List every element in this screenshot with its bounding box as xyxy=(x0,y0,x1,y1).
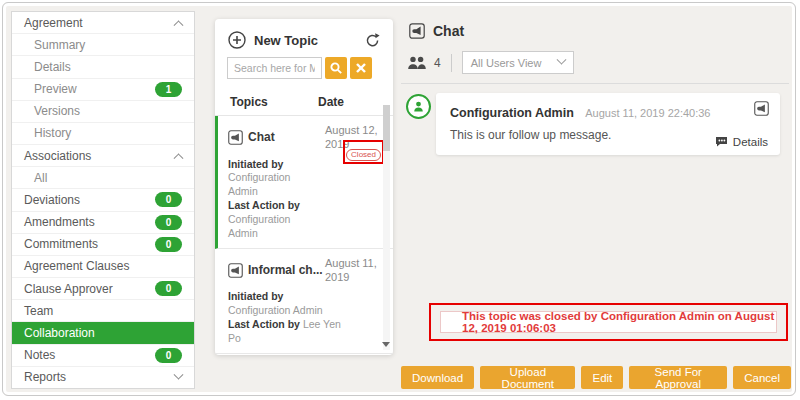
chevron-up-icon xyxy=(174,153,184,163)
sidebar-item-label: Notes xyxy=(24,348,55,362)
scrollbar-thumb[interactable] xyxy=(383,105,390,151)
participants-count: 4 xyxy=(434,56,441,70)
last-action-by-label: Last Action by xyxy=(228,318,300,330)
megaphone-icon xyxy=(409,23,425,39)
sidebar-item-all[interactable]: All xyxy=(12,167,194,189)
refresh-icon[interactable] xyxy=(364,32,381,49)
sidebar-section-agreement[interactable]: Agreement xyxy=(12,12,194,34)
megaphone-icon xyxy=(228,263,243,278)
sidebar-item-label: Amendments xyxy=(24,215,95,229)
divider xyxy=(451,54,452,72)
sidebar-item-preview[interactable]: Preview 1 xyxy=(12,79,194,101)
sidebar-section-label: Agreement xyxy=(24,16,83,30)
cancel-button[interactable]: Cancel xyxy=(733,366,791,389)
sidebar: Agreement Summary Details Preview 1 Vers… xyxy=(11,11,195,389)
chevron-down-icon xyxy=(174,370,184,380)
topic-item-informal-chat[interactable]: Informal ch... August 11, 2019 Initiated… xyxy=(215,249,393,354)
close-icon xyxy=(355,62,367,74)
initiated-by-value: Configuration Admin xyxy=(228,171,290,197)
search-icon xyxy=(329,61,343,75)
closed-status-badge: Closed xyxy=(346,149,381,161)
sidebar-item-label: Agreement Clauses xyxy=(24,259,129,273)
sidebar-section-label: Associations xyxy=(24,149,91,163)
sidebar-item-label: History xyxy=(34,126,71,140)
message-author: Configuration Admin xyxy=(450,106,574,120)
sidebar-item-notes[interactable]: Notes 0 xyxy=(12,345,194,367)
sidebar-item-amendments[interactable]: Amendments 0 xyxy=(12,212,194,234)
upload-document-button[interactable]: Upload Document xyxy=(480,366,575,389)
sidebar-item-summary[interactable]: Summary xyxy=(12,34,194,56)
sidebar-item-label: Versions xyxy=(34,104,80,118)
topics-list: Chat August 12, 2019 Closed Initiated by… xyxy=(215,116,393,360)
count-badge: 0 xyxy=(155,215,182,230)
edit-button[interactable]: Edit xyxy=(581,366,623,389)
users-icon xyxy=(407,56,427,70)
sidebar-item-label: Deviations xyxy=(24,193,80,207)
sidebar-item-collaboration[interactable]: Collaboration xyxy=(12,322,194,344)
megaphone-icon xyxy=(228,130,243,145)
sidebar-item-team[interactable]: Team xyxy=(12,300,194,322)
chat-message: Configuration Admin August 11, 2019 22:4… xyxy=(436,93,780,155)
topic-date: August 11, 2019 xyxy=(325,256,383,285)
sidebar-item-details[interactable]: Details xyxy=(12,56,194,78)
sidebar-item-history[interactable]: History xyxy=(12,123,194,145)
clear-search-button[interactable] xyxy=(350,57,372,79)
chat-panel: Chat 4 All Users View Configuration Admi… xyxy=(401,11,795,395)
count-badge: 0 xyxy=(155,192,182,207)
initiated-by-label: Initiated by xyxy=(228,290,350,304)
sidebar-item-label: Summary xyxy=(34,38,85,52)
plus-circle-icon[interactable] xyxy=(228,31,246,49)
sidebar-item-label: Details xyxy=(34,60,71,74)
details-label: Details xyxy=(733,136,768,148)
sidebar-item-label: Clause Approver xyxy=(24,282,113,296)
count-badge: 1 xyxy=(155,82,182,97)
count-badge: 0 xyxy=(155,237,182,252)
header-divider xyxy=(401,83,789,84)
annotation-closed-notice: This topic was closed by Configuration A… xyxy=(429,303,788,341)
chevron-down-icon xyxy=(556,55,566,65)
new-topic-button[interactable]: New Topic xyxy=(254,33,318,48)
sidebar-item-label: All xyxy=(34,171,47,185)
footer-actions: Download Upload Document Edit Send For A… xyxy=(401,366,791,389)
sidebar-item-label: Preview xyxy=(34,82,77,96)
topics-panel: New Topic Topics Date xyxy=(215,19,393,355)
chat-bubble-icon xyxy=(715,136,728,148)
sidebar-item-label: Reports xyxy=(24,370,66,384)
message-timestamp: August 11, 2019 22:40:36 xyxy=(585,107,710,119)
topic-title: Informal ch... xyxy=(248,263,323,277)
avatar xyxy=(406,94,431,119)
sidebar-section-associations[interactable]: Associations xyxy=(12,145,194,167)
send-for-approval-button[interactable]: Send For Approval xyxy=(629,366,727,389)
chevron-up-icon xyxy=(174,20,184,30)
user-view-select-value: All Users View xyxy=(471,57,542,69)
sidebar-item-clause-approver[interactable]: Clause Approver 0 xyxy=(12,278,194,300)
initiated-by-value: Configuration Admin xyxy=(228,304,323,316)
sidebar-item-reports[interactable]: Reports xyxy=(12,367,194,388)
topic-item-inquiry[interactable]: Inquiry on new ... August 9, 2019 Initia… xyxy=(215,354,393,360)
sidebar-item-commitments[interactable]: Commitments 0 xyxy=(12,234,194,256)
user-view-select[interactable]: All Users View xyxy=(462,51,574,74)
search-button[interactable] xyxy=(325,57,347,79)
sidebar-item-label: Team xyxy=(24,304,53,318)
sidebar-item-label: Collaboration xyxy=(24,326,95,340)
download-button[interactable]: Download xyxy=(401,366,474,389)
topic-item-chat[interactable]: Chat August 12, 2019 Closed Initiated by… xyxy=(215,116,393,249)
message-details-link[interactable]: Details xyxy=(715,136,768,148)
last-action-by-value: Configuration Admin xyxy=(228,213,290,239)
sidebar-item-deviations[interactable]: Deviations 0 xyxy=(12,189,194,211)
user-icon xyxy=(412,100,425,113)
topic-closed-notice: This topic was closed by Configuration A… xyxy=(440,311,777,333)
date-column-header: Date xyxy=(318,95,344,109)
scroll-down-arrow-icon[interactable] xyxy=(382,342,390,347)
sidebar-item-versions[interactable]: Versions xyxy=(12,101,194,123)
topic-closed-notice-text: This topic was closed by Configuration A… xyxy=(462,310,776,334)
sidebar-item-label: Commitments xyxy=(24,237,98,251)
last-action-by-label: Last Action by xyxy=(228,199,310,213)
topics-column-header: Topics xyxy=(230,95,318,109)
count-badge: 0 xyxy=(155,348,182,363)
topics-scrollbar[interactable] xyxy=(383,105,390,350)
sidebar-item-agreement-clauses[interactable]: Agreement Clauses xyxy=(12,256,194,278)
megaphone-icon[interactable] xyxy=(754,101,769,120)
topics-list-header: Topics Date xyxy=(215,86,393,116)
search-input[interactable] xyxy=(227,57,322,79)
